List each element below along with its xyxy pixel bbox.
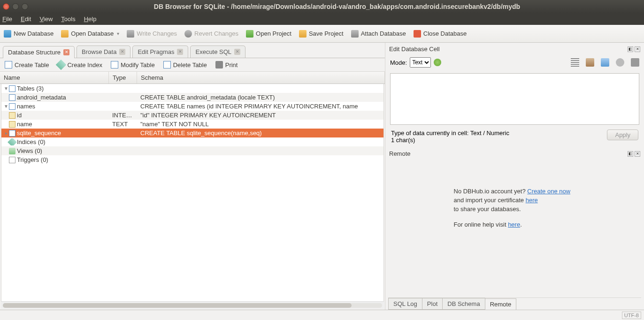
chevron-down-icon: ▾ <box>117 31 119 36</box>
window-titlebar: DB Browser for SQLite - /home/mirage/Dow… <box>0 0 644 13</box>
status-bar: UTF-8 <box>0 310 644 320</box>
tab-db-schema[interactable]: DB Schema <box>442 298 485 310</box>
tree-row[interactable]: nameTEXT"name" TEXT NOT NULL <box>1 120 383 129</box>
tab-plot[interactable]: Plot <box>422 298 443 310</box>
tab-close-icon[interactable]: ✕ <box>234 49 240 55</box>
tree-row[interactable]: ▼Tables (3) <box>1 84 383 93</box>
tree-row[interactable]: ▸sqlite_sequenceCREATE TABLE sqlite_sequ… <box>1 129 383 137</box>
attach-database-button[interactable]: Attach Database <box>351 30 406 38</box>
menu-file[interactable]: File <box>2 15 12 23</box>
refresh-icon[interactable] <box>434 59 441 66</box>
open-database-button[interactable]: Open Database▾ <box>61 30 119 38</box>
remote-body: No DBHub.io account yet? Create one now … <box>388 159 641 297</box>
tab-close-icon[interactable]: ✕ <box>63 49 69 55</box>
project-open-icon <box>246 30 253 38</box>
index-icon <box>56 60 67 70</box>
tree-body[interactable]: ▼Tables (3)android_metadataCREATE TABLE … <box>1 84 384 301</box>
print-icon <box>215 61 223 69</box>
window-close-button[interactable] <box>3 3 9 10</box>
bottom-tabs: SQL Log Plot DB Schema Remote <box>388 297 641 310</box>
cell-editor[interactable] <box>390 73 639 125</box>
mode-select[interactable]: Text <box>410 57 431 68</box>
menu-tools[interactable]: Tools <box>61 15 75 23</box>
column-header-schema[interactable]: Schema <box>137 72 385 84</box>
remote-panel-title: Remote ◧✕ <box>388 149 641 158</box>
export-icon[interactable] <box>601 58 609 67</box>
delete-table-button[interactable]: Delete Table <box>163 61 207 69</box>
edit-cell-panel-title: Edit Database Cell ◧✕ <box>388 45 641 53</box>
tree-row[interactable]: Triggers (0) <box>1 155 383 164</box>
list-icon[interactable] <box>571 58 579 67</box>
tab-sql-log[interactable]: SQL Log <box>388 298 422 310</box>
revert-changes-button[interactable]: Revert Changes <box>184 30 238 38</box>
tab-close-icon[interactable]: ✕ <box>177 49 183 55</box>
create-table-button[interactable]: Create Table <box>5 61 49 69</box>
printer-icon[interactable] <box>631 58 639 67</box>
open-project-button[interactable]: Open Project <box>246 30 291 38</box>
close-database-button[interactable]: Close Database <box>414 30 467 38</box>
tab-remote[interactable]: Remote <box>485 298 517 310</box>
delete-icon <box>163 61 171 69</box>
null-icon[interactable] <box>616 58 624 67</box>
save-icon <box>127 30 134 38</box>
tree-row[interactable]: Views (0) <box>1 146 383 155</box>
menu-bar: File Edit View Tools Help <box>0 13 644 25</box>
online-help-link[interactable]: here <box>508 221 520 228</box>
create-account-link[interactable]: Create one now <box>527 188 570 195</box>
cell-char-count: 1 char(s) <box>391 137 509 144</box>
tab-close-icon[interactable]: ✕ <box>119 49 125 55</box>
folder-icon <box>61 30 69 38</box>
print-button[interactable]: Print <box>215 61 238 69</box>
tree-row[interactable]: android_metadataCREATE TABLE android_met… <box>1 93 383 102</box>
project-save-icon <box>299 30 307 38</box>
horizontal-scrollbar[interactable] <box>1 301 384 309</box>
create-index-button[interactable]: Create Index <box>57 61 102 69</box>
apply-button[interactable]: Apply <box>607 130 638 140</box>
window-minimize-button[interactable] <box>12 3 19 10</box>
table-icon <box>5 61 12 69</box>
panel-close-icon[interactable]: ✕ <box>635 151 640 157</box>
menu-help[interactable]: Help <box>84 15 97 23</box>
panel-close-icon[interactable]: ✕ <box>635 46 640 52</box>
window-maximize-button[interactable] <box>22 3 28 10</box>
tree-row[interactable]: idINTE…"id" INTEGER PRIMARY KEY AUTOINCR… <box>1 111 383 120</box>
main-tabs: Database Structure✕ Browse Data✕ Edit Pr… <box>0 43 385 58</box>
tree-row[interactable]: Indices (0) <box>1 137 383 146</box>
tree-row[interactable]: ▼namesCREATE TABLE names (id INTEGER PRI… <box>1 102 383 111</box>
cell-type-info: Type of data currently in cell: Text / N… <box>391 130 509 137</box>
save-project-button[interactable]: Save Project <box>299 30 344 38</box>
modify-table-button[interactable]: Modify Table <box>111 61 155 69</box>
tab-database-structure[interactable]: Database Structure✕ <box>3 46 75 58</box>
close-icon <box>414 30 421 38</box>
main-toolbar: New Database Open Database▾ Write Change… <box>0 25 644 43</box>
tree-header: Name Type Schema <box>0 72 385 84</box>
panel-undock-icon[interactable]: ◧ <box>628 46 633 52</box>
panel-undock-icon[interactable]: ◧ <box>628 151 633 157</box>
structure-toolbar: Create Table Create Index Modify Table D… <box>0 58 385 72</box>
new-database-button[interactable]: New Database <box>4 30 54 38</box>
write-changes-button[interactable]: Write Changes <box>127 30 177 38</box>
modify-icon <box>111 61 118 69</box>
import-cert-link[interactable]: here <box>526 197 538 204</box>
menu-view[interactable]: View <box>39 15 53 23</box>
window-title: DB Browser for SQLite - /home/mirage/Dow… <box>33 3 641 10</box>
attach-icon <box>351 30 359 38</box>
tab-browse-data[interactable]: Browse Data✕ <box>77 46 130 58</box>
tab-execute-sql[interactable]: Execute SQL✕ <box>190 46 245 58</box>
menu-edit[interactable]: Edit <box>21 15 31 23</box>
mode-label: Mode: <box>390 59 407 66</box>
import-icon[interactable] <box>586 58 594 67</box>
tab-edit-pragmas[interactable]: Edit Pragmas✕ <box>132 46 188 58</box>
encoding-indicator: UTF-8 <box>622 312 641 319</box>
revert-icon <box>184 30 192 38</box>
column-header-name[interactable]: Name <box>0 72 109 84</box>
column-header-type[interactable]: Type <box>109 72 137 84</box>
database-icon <box>4 30 11 38</box>
